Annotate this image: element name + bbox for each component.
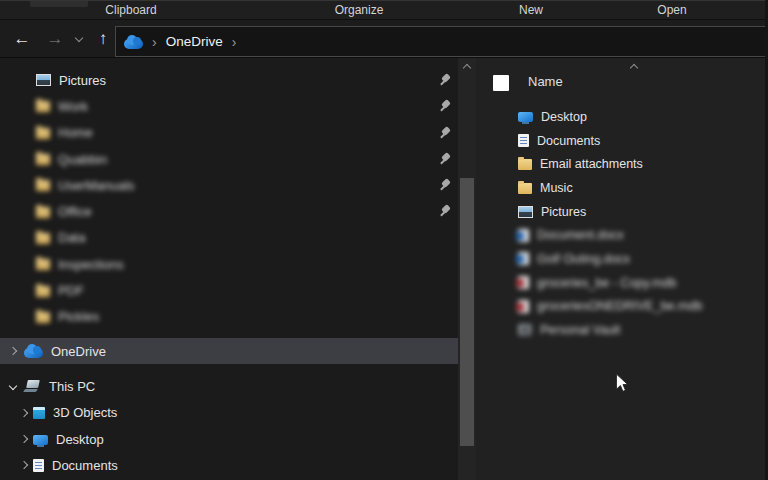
folder-icon	[36, 128, 50, 139]
file-row-desktop[interactable]: Desktop	[476, 105, 768, 129]
desktop-icon	[33, 435, 48, 445]
sidebar-item-label: Home	[58, 125, 93, 140]
select-all-checkbox[interactable]	[493, 75, 509, 91]
ribbon-strip: Clipboard Organize New Open	[0, 0, 768, 20]
sidebar-item-pickles[interactable]: Pickles	[0, 304, 458, 330]
ribbon-group-new: New	[519, 3, 543, 17]
file-list-panel: Name Desktop Documents Email attachments	[476, 58, 768, 480]
up-button[interactable]: ↑	[90, 20, 116, 58]
file-name: Document.docx	[537, 228, 624, 242]
folder-icon	[36, 101, 50, 112]
3d-objects-icon	[33, 407, 45, 419]
file-row-groceries-onedrive-be-mdb[interactable]: groceriesONEDRIVE_be.mdb	[476, 295, 768, 319]
sidebar-item-this-pc[interactable]: This PC	[0, 373, 458, 399]
forward-button[interactable]: →	[42, 20, 68, 58]
file-name: groceriesONEDRIVE_be.mdb	[537, 299, 702, 313]
ribbon-button-remnant	[30, 1, 88, 7]
address-bar[interactable]: › OneDrive ›	[115, 26, 768, 57]
folder-icon	[36, 259, 50, 270]
file-row-groceries-be-copy-mdb[interactable]: groceries_be - Copy.mdb	[476, 271, 768, 295]
sidebar-item-quabbin[interactable]: Quabbin	[0, 146, 458, 172]
onedrive-cloud-icon	[24, 348, 43, 358]
column-header-name[interactable]: Name	[528, 74, 563, 89]
breadcrumb-separator[interactable]: ›	[143, 34, 166, 50]
folder-icon	[36, 286, 50, 297]
file-name: Golf Outing.docx	[537, 252, 630, 266]
pin-icon	[439, 126, 452, 140]
recent-locations-dropdown[interactable]	[70, 20, 88, 58]
pin-icon	[439, 204, 452, 218]
column-header-row: Name	[476, 58, 768, 105]
access-database-icon	[518, 276, 529, 289]
chevron-down-icon[interactable]	[6, 379, 20, 393]
explorer-content: Pictures Work Home Quabbin	[0, 58, 768, 480]
chevron-down-icon	[74, 34, 84, 44]
sidebar-item-data[interactable]: Data	[0, 225, 458, 251]
sidebar-item-label: OneDrive	[51, 344, 106, 359]
ribbon-group-open: Open	[657, 3, 686, 17]
folder-icon	[36, 207, 50, 218]
desktop-icon	[518, 112, 533, 122]
sidebar-item-office[interactable]: Office	[0, 198, 458, 224]
folder-icon	[36, 154, 50, 165]
sidebar-item-label: Data	[58, 230, 85, 245]
folder-icon	[36, 312, 50, 323]
sidebar-item-work[interactable]: Work	[0, 93, 458, 119]
sidebar-item-documents[interactable]: Documents	[0, 452, 458, 478]
sidebar-item-label: This PC	[49, 379, 95, 394]
chevron-right-icon[interactable]	[17, 458, 31, 472]
folder-icon	[36, 233, 50, 244]
sidebar-item-label: PDF	[58, 283, 84, 298]
file-name: Desktop	[541, 110, 587, 124]
documents-icon	[518, 134, 529, 147]
file-row-golf-outing-docx[interactable]: Golf Outing.docx	[476, 247, 768, 271]
scroll-up-icon[interactable]	[458, 58, 476, 74]
this-pc-icon	[24, 380, 41, 393]
documents-icon	[33, 459, 44, 472]
sidebar-item-3d-objects[interactable]: 3D Objects	[0, 400, 458, 426]
mouse-cursor	[615, 373, 629, 393]
file-row-personal-vault[interactable]: Personal Vault	[476, 318, 768, 342]
chevron-right-icon[interactable]	[6, 344, 20, 358]
folder-icon	[518, 159, 532, 170]
sidebar-item-home[interactable]: Home	[0, 120, 458, 146]
chevron-right-icon[interactable]	[17, 432, 31, 446]
back-button[interactable]: ←	[9, 20, 35, 58]
breadcrumb-separator[interactable]: ›	[223, 34, 246, 50]
sidebar-item-usermanuals[interactable]: UserManuals	[0, 172, 458, 198]
sidebar-item-label: 3D Objects	[53, 405, 117, 420]
file-row-email-attachments[interactable]: Email attachments	[476, 152, 768, 176]
sort-ascending-icon[interactable]	[628, 60, 640, 72]
scrollbar-thumb[interactable]	[460, 178, 474, 446]
sidebar-item-label: UserManuals	[58, 178, 135, 193]
vault-icon	[518, 324, 532, 336]
sidebar-item-label: Inspections	[58, 257, 124, 272]
pin-icon	[439, 99, 452, 113]
file-name: Email attachments	[540, 157, 643, 171]
sidebar-item-desktop[interactable]: Desktop	[0, 426, 458, 452]
sidebar-item-label: Quabbin	[58, 152, 107, 167]
file-name: groceries_be - Copy.mdb	[537, 276, 676, 290]
file-row-document-docx[interactable]: Document.docx	[476, 223, 768, 247]
breadcrumb-location[interactable]: OneDrive	[166, 34, 223, 49]
word-document-icon	[518, 252, 529, 265]
sidebar-item-label: Office	[58, 204, 92, 219]
sidebar-item-pdf[interactable]: PDF	[0, 277, 458, 303]
ribbon-group-organize: Organize	[335, 3, 384, 17]
sidebar-item-inspections[interactable]: Inspections	[0, 251, 458, 277]
sidebar-item-label: Pictures	[59, 73, 106, 88]
file-row-music[interactable]: Music	[476, 176, 768, 200]
sidebar-item-pictures[interactable]: Pictures	[0, 67, 458, 93]
chevron-right-icon[interactable]	[17, 406, 31, 420]
pin-icon	[439, 73, 452, 87]
file-row-pictures[interactable]: Pictures	[476, 200, 768, 224]
pin-icon	[439, 178, 452, 192]
file-row-documents[interactable]: Documents	[476, 129, 768, 153]
sidebar-scrollbar[interactable]	[458, 58, 476, 480]
pictures-icon	[36, 74, 51, 86]
navigation-pane: Pictures Work Home Quabbin	[0, 58, 458, 480]
folder-icon	[36, 180, 50, 191]
navigation-bar: ← → ↑ › OneDrive ›	[0, 20, 768, 58]
sidebar-item-onedrive[interactable]: OneDrive	[0, 338, 458, 364]
access-database-icon	[518, 300, 529, 313]
